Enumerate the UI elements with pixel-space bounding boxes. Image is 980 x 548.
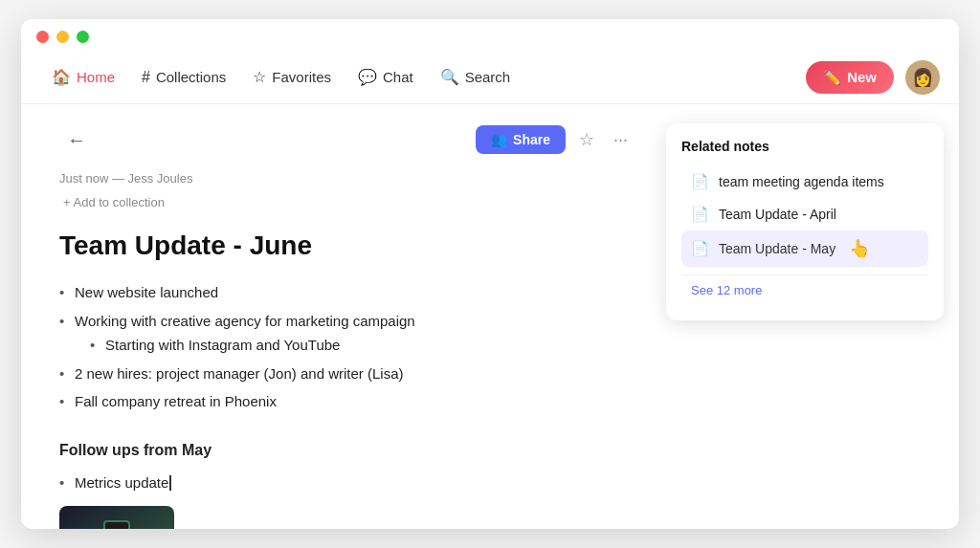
doc-meta: Just now — Jess Joules <box>59 171 634 186</box>
doc-panel: ← 👥 Share ☆ ··· Just now — Jess Joules +… <box>21 104 672 529</box>
doc-icon: 📄 <box>691 206 709 223</box>
more-button[interactable]: ··· <box>608 124 634 156</box>
nav-chat-label: Chat <box>383 69 413 85</box>
nav-home[interactable]: 🏠 Home <box>40 62 126 92</box>
list-item: 2 new hires: project manager (Jon) and w… <box>59 362 634 386</box>
related-item-label: team meeting agenda items <box>719 174 884 189</box>
favorite-icon: ☆ <box>579 130 594 149</box>
minimize-button[interactable] <box>56 31 69 43</box>
followup-bullets: Metrics update <box>59 471 634 495</box>
cursor-icon: 👆 <box>849 238 870 259</box>
close-button[interactable] <box>36 31 49 43</box>
home-icon: 🏠 <box>52 68 71 86</box>
share-label: Share <box>513 132 550 147</box>
share-icon: 👥 <box>491 132 507 147</box>
doc-toolbar: ← 👥 Share ☆ ··· <box>59 123 634 156</box>
nav-home-label: Home <box>77 69 115 85</box>
nav-collections[interactable]: # Collections <box>130 63 237 92</box>
related-item-2[interactable]: 📄 Team Update - April <box>681 198 928 230</box>
list-item: Metrics update <box>59 471 634 495</box>
avatar[interactable]: 👩 <box>905 60 940 95</box>
navbar: 🏠 Home # Collections ☆ Favorites 💬 Chat … <box>21 51 959 104</box>
related-item-label: Team Update - May <box>719 241 835 256</box>
favorite-button[interactable]: ☆ <box>573 123 600 156</box>
related-card: Related notes 📄 team meeting agenda item… <box>666 123 944 320</box>
nav-search[interactable]: 🔍 Search <box>429 62 523 92</box>
nav-collections-label: Collections <box>156 69 226 85</box>
favorites-icon: ☆ <box>253 68 266 86</box>
new-label: New <box>847 69 877 85</box>
nav-chat[interactable]: 💬 Chat <box>346 62 425 92</box>
related-panel: Related notes 📄 team meeting agenda item… <box>672 104 959 529</box>
new-button[interactable]: ✏️ New <box>806 61 894 94</box>
nav-favorites[interactable]: ☆ Favorites <box>241 62 343 92</box>
titlebar <box>21 19 959 51</box>
image-placeholder <box>59 506 174 529</box>
collections-icon: # <box>142 69 150 86</box>
doc-body: New website launched Working with creati… <box>59 280 634 529</box>
search-icon: 🔍 <box>440 68 459 86</box>
list-item: New website launched <box>59 280 634 305</box>
related-item-label: Team Update - April <box>719 207 836 222</box>
maximize-button[interactable] <box>77 31 89 43</box>
section-heading: Follow ups from May <box>59 437 634 463</box>
see-more-link[interactable]: See 12 more <box>681 274 928 305</box>
related-item-1[interactable]: 📄 team meeting agenda items <box>681 165 928 198</box>
doc-icon: 📄 <box>691 173 709 190</box>
more-icon: ··· <box>613 130 628 149</box>
related-notes-title: Related notes <box>681 139 928 154</box>
nav-favorites-label: Favorites <box>272 69 331 85</box>
add-collection-label: + Add to collection <box>63 195 165 209</box>
doc-icon: 📄 <box>691 240 709 257</box>
back-icon: ← <box>67 129 86 150</box>
list-item: Starting with Instagram and YouTube <box>75 333 634 358</box>
doc-title: Team Update - June <box>59 230 634 261</box>
chat-icon: 💬 <box>358 68 377 86</box>
list-item: Working with creative agency for marketi… <box>59 309 634 358</box>
main-bullets: New website launched Working with creati… <box>59 280 634 414</box>
share-button[interactable]: 👥 Share <box>476 125 566 154</box>
back-button[interactable]: ← <box>59 125 94 155</box>
new-icon: ✏️ <box>823 69 841 86</box>
nav-search-label: Search <box>465 69 511 85</box>
list-item: Fall company retreat in Phoenix <box>59 389 634 414</box>
related-item-3[interactable]: 📄 Team Update - May 👆 <box>681 230 928 267</box>
add-collection-button[interactable]: + Add to collection <box>59 193 168 211</box>
main-area: ← 👥 Share ☆ ··· Just now — Jess Joules +… <box>21 104 959 529</box>
